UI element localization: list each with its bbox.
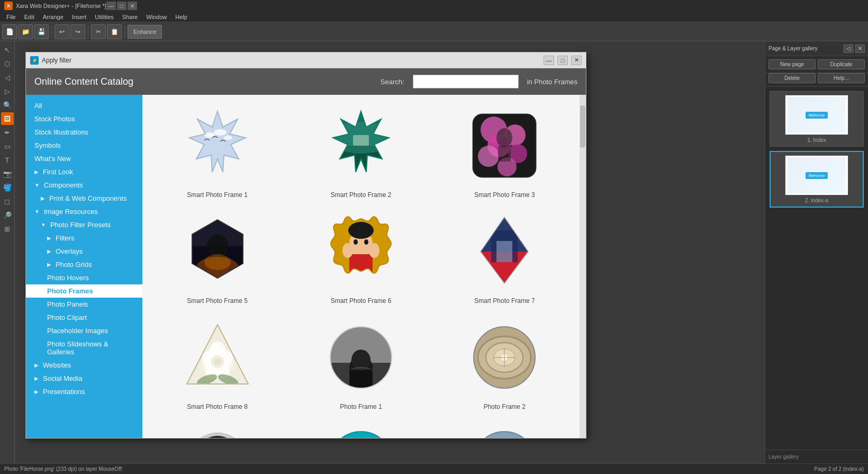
new-page-button[interactable]: New page bbox=[768, 59, 816, 69]
item-photo-frame-1[interactable]: Photo Frame 1 bbox=[294, 315, 427, 410]
item-smart-photo-frame-6[interactable]: Smart Photo Frame 6 bbox=[294, 209, 427, 305]
panel-left-arrow[interactable]: ◁ bbox=[844, 44, 853, 53]
page-thumb-1[interactable]: filehorse 1. Index bbox=[770, 91, 864, 147]
select-tool[interactable]: ↖ bbox=[1, 43, 14, 56]
dialog-close-button[interactable]: ✕ bbox=[571, 56, 582, 65]
sidebar-item-photo-hovers[interactable]: Photo Hovers bbox=[26, 271, 142, 284]
sidebar-item-filters[interactable]: ▶Filters bbox=[26, 231, 142, 245]
sidebar-item-print-web[interactable]: ▶Print & Web Components bbox=[26, 192, 142, 205]
sidebar-item-symbols[interactable]: Symbols bbox=[26, 139, 142, 152]
page-watermark-2: filehorse bbox=[806, 172, 828, 179]
fill-tool[interactable]: 🪣 bbox=[1, 181, 14, 194]
photo-grids-arrow: ▶ bbox=[47, 262, 51, 267]
svg-point-37 bbox=[364, 239, 368, 245]
spf3-svg bbox=[467, 109, 541, 183]
search-tool[interactable]: 🔎 bbox=[1, 209, 14, 221]
menu-help[interactable]: Help bbox=[171, 12, 192, 22]
search-input[interactable] bbox=[413, 75, 519, 88]
scrollbar-thumb[interactable] bbox=[580, 105, 585, 148]
dialog-title: Apply filter bbox=[42, 57, 540, 64]
prev-page[interactable]: ◁ bbox=[1, 71, 14, 84]
close-app-button[interactable]: ✕ bbox=[128, 2, 137, 10]
content-tool[interactable]: 🖼 bbox=[1, 112, 14, 125]
page-actions-row2: Delete Help... bbox=[765, 73, 868, 87]
text-tool[interactable]: T bbox=[1, 154, 14, 166]
sidebar-item-photo-filter-presets[interactable]: ▼Photo Filter Presets bbox=[26, 218, 142, 231]
sidebar-item-placeholder-images[interactable]: Placeholder Images bbox=[26, 324, 142, 337]
minimize-button[interactable]: — bbox=[106, 2, 116, 10]
thumb-spf8 bbox=[175, 315, 260, 400]
sidebar-item-social-media[interactable]: ▶Social Media bbox=[26, 372, 142, 385]
menu-file[interactable]: File bbox=[2, 12, 20, 22]
page-info: Page 2 of 2 (index-a) bbox=[815, 466, 864, 472]
svg-point-35 bbox=[348, 222, 374, 239]
duplicate-page-button[interactable]: Duplicate bbox=[818, 59, 865, 69]
panel-close-button[interactable]: ✕ bbox=[855, 44, 865, 53]
menu-arrange[interactable]: Arrange bbox=[39, 12, 68, 22]
label-spf8: Smart Photo Frame 8 bbox=[187, 403, 248, 410]
sidebar-item-photo-slideshows[interactable]: Photo Slideshows & Galleries bbox=[26, 337, 142, 359]
item-photo-frame-5[interactable]: Photo Frame 5 bbox=[438, 421, 571, 438]
shape-tool[interactable]: ▭ bbox=[1, 140, 14, 153]
delete-page-button[interactable]: Delete bbox=[768, 73, 816, 83]
sidebar-item-components[interactable]: ▼Components bbox=[26, 178, 142, 192]
paste-button[interactable]: 📋 bbox=[107, 24, 122, 39]
cut-button[interactable]: ✂ bbox=[91, 24, 106, 39]
label-spf1: Smart Photo Frame 1 bbox=[187, 191, 248, 199]
sidebar-item-image-resources[interactable]: ▼Image Resources bbox=[26, 205, 142, 218]
sidebar-item-photo-grids[interactable]: ▶Photo Grids bbox=[26, 258, 142, 271]
sidebar-item-stock-illustrations[interactable]: Stock Illustrations bbox=[26, 126, 142, 139]
enhance-button[interactable]: Enhance bbox=[128, 25, 162, 39]
menu-edit[interactable]: Edit bbox=[20, 12, 39, 22]
pen-tool[interactable]: ✒ bbox=[1, 126, 14, 139]
item-photo-frame-2[interactable]: Photo Frame 2 bbox=[438, 315, 571, 410]
sidebar-item-websites[interactable]: ▶Websites bbox=[26, 359, 142, 372]
item-smart-photo-frame-2[interactable]: Smart Photo Frame 2 bbox=[294, 103, 427, 199]
sidebar-item-first-look[interactable]: ▶First Look bbox=[26, 165, 142, 178]
menu-share[interactable]: Share bbox=[118, 12, 142, 22]
label-spf6: Smart Photo Frame 6 bbox=[331, 297, 392, 305]
sidebar-item-presentations[interactable]: ▶Presentations bbox=[26, 385, 142, 398]
next-page[interactable]: ▷ bbox=[1, 85, 14, 97]
spf5-svg bbox=[180, 214, 255, 289]
sidebar-item-overlays[interactable]: ▶Overlays bbox=[26, 245, 142, 258]
item-photo-frame-4[interactable]: Photo Frame 4 bbox=[294, 421, 427, 438]
sidebar-item-photo-clipart[interactable]: Photo Clipart bbox=[26, 311, 142, 324]
zoom-tool[interactable]: 🔍 bbox=[1, 99, 14, 111]
menu-utilities[interactable]: Utilities bbox=[91, 12, 117, 22]
save-button[interactable]: 💾 bbox=[34, 24, 49, 39]
redo-button[interactable]: ↪ bbox=[70, 24, 85, 39]
dialog-maximize-button[interactable]: □ bbox=[557, 56, 568, 65]
menu-window[interactable]: Window bbox=[142, 12, 171, 22]
page-gallery: filehorse 1. Index filehorse 2. index-a bbox=[765, 87, 868, 450]
layer-tool[interactable]: ⊞ bbox=[1, 222, 14, 235]
item-smart-photo-frame-5[interactable]: Smart Photo Frame 5 bbox=[151, 209, 284, 305]
right-panel-header: Page & Layer gallery ◁ ✕ bbox=[765, 41, 868, 56]
open-button[interactable]: 📁 bbox=[18, 24, 33, 39]
sidebar-item-stock-photos[interactable]: Stock Photos bbox=[26, 112, 142, 126]
dialog-minimize-button[interactable]: — bbox=[544, 56, 554, 65]
item-smart-photo-frame-3[interactable]: Smart Photo Frame 3 bbox=[438, 103, 571, 199]
sidebar-item-photo-panels[interactable]: Photo Panels bbox=[26, 298, 142, 311]
maximize-button[interactable]: □ bbox=[117, 2, 126, 10]
content-scrollbar[interactable] bbox=[580, 95, 586, 438]
item-photo-frame-3[interactable]: Photo Frame 3 bbox=[151, 421, 284, 438]
svg-rect-65 bbox=[349, 371, 373, 395]
sidebar-item-whats-new[interactable]: What's New bbox=[26, 152, 142, 165]
menu-insert[interactable]: Insert bbox=[68, 12, 91, 22]
new-button[interactable]: 📄 bbox=[2, 24, 17, 39]
sidebar-item-photo-frames[interactable]: Photo Frames bbox=[26, 284, 142, 298]
photo-tool[interactable]: 📷 bbox=[1, 167, 14, 180]
sidebar-item-all[interactable]: All bbox=[26, 99, 142, 112]
undo-button[interactable]: ↩ bbox=[55, 24, 69, 39]
node-tool[interactable]: ⬡ bbox=[1, 57, 14, 70]
main-toolbar: 📄 📁 💾 ↩ ↪ ✂ 📋 Enhance Upgrade bbox=[0, 22, 868, 41]
help-button[interactable]: Help... bbox=[818, 73, 865, 83]
label-pf1: Photo Frame 1 bbox=[340, 403, 382, 410]
item-smart-photo-frame-1[interactable]: Smart Photo Frame 1 bbox=[151, 103, 284, 199]
item-smart-photo-frame-7[interactable]: Smart Photo Frame 7 bbox=[438, 209, 571, 305]
eraser-tool[interactable]: ◻ bbox=[1, 195, 14, 208]
item-smart-photo-frame-8[interactable]: Smart Photo Frame 8 bbox=[151, 315, 284, 410]
spf1-svg bbox=[180, 109, 255, 183]
page-thumb-2[interactable]: filehorse 2. index-a bbox=[770, 151, 864, 208]
